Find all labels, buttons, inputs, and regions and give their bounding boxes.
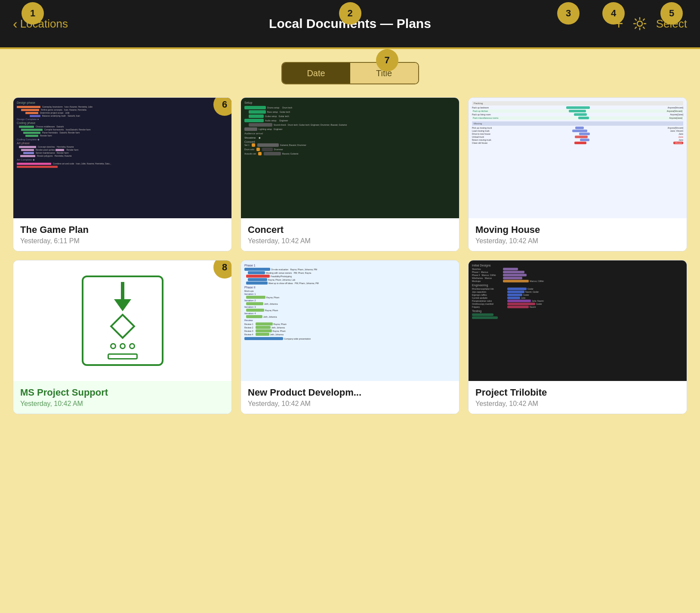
trilobite-preview: Initial Designs Sketches Phase I Marcus … <box>469 260 687 381</box>
settings-button[interactable] <box>632 16 648 31</box>
annotation-1: 1 <box>22 2 44 25</box>
doc-info-game-plan: The Game Plan Yesterday, 6:11 PM <box>13 218 231 251</box>
doc-info-concert: Concert Yesterday, 10:42 AM <box>241 218 459 251</box>
doc-thumbnail-new-product: Phase 1 On-site evaluation Rayna; Pham; … <box>241 260 459 381</box>
chevron-left-icon: ‹ <box>13 17 18 31</box>
doc-date-ms-project: Yesterday, 10:42 AM <box>20 400 225 408</box>
doc-thumbnail-trilobite: Initial Designs Sketches Phase I Marcus … <box>469 260 687 381</box>
doc-thumbnail-game-plan: Design phase Gameplay brainstorm Ivan; K… <box>13 98 231 218</box>
doc-info-trilobite: Project Trilobite Yesterday, 10:42 AM <box>469 381 687 414</box>
concert-preview: Setup Drums setup Drum tech Bass setup G… <box>241 98 459 218</box>
npd-preview: Phase 1 On-site evaluation Rayna; Pham; … <box>241 260 459 381</box>
doc-title-ms-project: MS Project Support <box>20 387 225 398</box>
sort-toggle: Date Title <box>281 62 419 84</box>
doc-card-trilobite[interactable]: Initial Designs Sketches Phase I Marcus … <box>468 260 687 414</box>
doc-info-new-product: New Product Developm... Yesterday, 10:42… <box>241 381 459 414</box>
moving-house-preview: Packing Pack up bedroom Anyone[Vincent] … <box>469 98 687 218</box>
doc-thumbnail-moving-house: Packing Pack up bedroom Anyone[Vincent] … <box>469 98 687 218</box>
svg-point-0 <box>637 21 642 26</box>
doc-title-game-plan: The Game Plan <box>20 224 225 235</box>
annotation-7: 7 <box>376 49 398 71</box>
doc-thumbnail-concert: Setup Drums setup Drum tech Bass setup G… <box>241 98 459 218</box>
doc-date-moving-house: Yesterday, 10:42 AM <box>475 237 680 245</box>
doc-card-new-product[interactable]: Phase 1 On-site evaluation Rayna; Pham; … <box>241 260 459 414</box>
annotation-2: 2 <box>339 2 361 25</box>
doc-info-moving-house: Moving House Yesterday, 10:42 AM <box>469 218 687 251</box>
doc-title-moving-house: Moving House <box>475 224 680 235</box>
doc-title-trilobite: Project Trilobite <box>475 387 680 398</box>
header-actions: 3 4 5 + Select <box>614 15 687 33</box>
sort-container: 7 Date Title <box>0 49 700 93</box>
doc-date-trilobite: Yesterday, 10:42 AM <box>475 400 680 408</box>
main-content: 7 Date Title 6 Design phase Gameplay bra… <box>0 49 700 613</box>
doc-card-ms-project[interactable]: 8 <box>13 260 232 414</box>
app-header: 1 ‹ Locations 2 Local Documents — Plans … <box>0 0 700 47</box>
doc-card-game-plan[interactable]: 6 Design phase Gameplay brainstorm Ivan;… <box>13 97 232 251</box>
doc-date-concert: Yesterday, 10:42 AM <box>248 237 452 245</box>
doc-date-new-product: Yesterday, 10:42 AM <box>248 400 452 408</box>
doc-title-concert: Concert <box>248 224 452 235</box>
game-plan-preview: Design phase Gameplay brainstorm Ivan; K… <box>13 98 231 218</box>
annotation-3: 3 <box>557 2 580 25</box>
document-grid: 6 Design phase Gameplay brainstorm Ivan;… <box>0 93 700 431</box>
doc-info-ms-project: MS Project Support Yesterday, 10:42 AM <box>13 381 231 414</box>
doc-title-new-product: New Product Developm... <box>248 387 452 398</box>
sort-by-date-button[interactable]: Date <box>282 63 350 84</box>
annotation-5: 5 <box>660 2 683 25</box>
ms-project-preview <box>13 260 231 381</box>
doc-card-moving-house[interactable]: Packing Pack up bedroom Anyone[Vincent] … <box>468 97 687 251</box>
doc-thumbnail-ms-project <box>13 260 231 381</box>
doc-card-concert[interactable]: Setup Drums setup Drum tech Bass setup G… <box>241 97 459 251</box>
doc-date-game-plan: Yesterday, 6:11 PM <box>20 237 225 245</box>
annotation-4: 4 <box>602 2 625 25</box>
